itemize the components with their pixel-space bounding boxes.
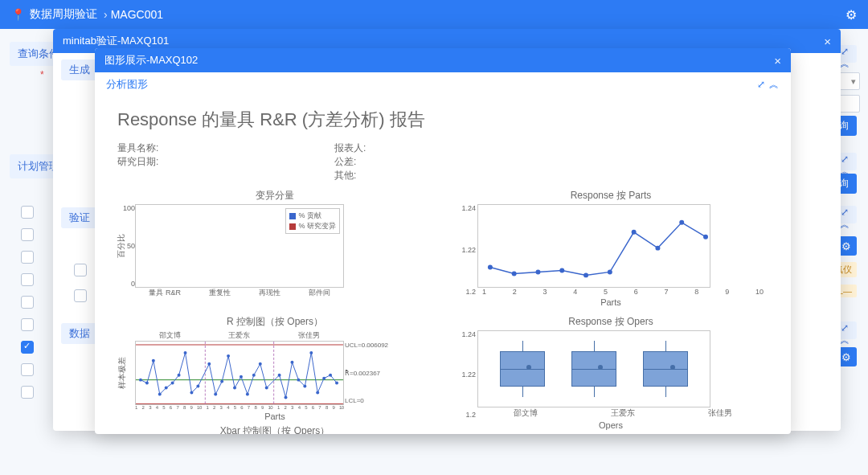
meta-label: 量具名称: [117, 141, 164, 155]
svg-point-40 [309, 351, 313, 354]
chart-r-control-by-opers: R 控制图（按 Opers） 邵文博 王爱东 张佳男 样本极差 [117, 315, 432, 434]
y-axis-label: 百分比 [116, 234, 127, 258]
row-checkbox[interactable] [21, 251, 34, 264]
x-axis-ticks: 12345678910 12345678910 12345678910 [135, 405, 344, 410]
svg-point-24 [196, 385, 199, 388]
row-checkbox[interactable] [21, 386, 34, 399]
meta-label: 报表人: [334, 141, 381, 155]
report-meta: 量具名称: 研究日期: 报表人: 公差: 其他: [117, 141, 768, 182]
svg-point-18 [158, 393, 162, 396]
breadcrumb-bar: 📍 数据周期验证 › MAGC001 ⚙ [0, 0, 868, 29]
svg-point-21 [178, 374, 181, 377]
svg-point-15 [139, 379, 142, 382]
svg-point-35 [278, 374, 281, 377]
row-checkbox[interactable] [21, 363, 34, 376]
section-labels: 邵文博 王爱东 张佳男 [135, 330, 344, 341]
plot-area [477, 204, 710, 288]
plot-area [477, 330, 710, 407]
inner-checkbox-col [74, 264, 87, 302]
svg-point-27 [220, 380, 223, 383]
chart-response-by-parts: Response 按 Parts 1.24 1.22 1.2 [453, 189, 768, 307]
required-asterisk: * [40, 69, 44, 80]
svg-point-36 [285, 395, 288, 399]
app-root: 📍 数据周期验证 › MAGC001 ⚙ 查询条件 计划管理 * ⤢︽ ▾ 查询… [0, 0, 868, 475]
plot-area: % 贡献 % 研究变异 [135, 204, 344, 288]
svg-point-25 [207, 362, 211, 366]
boxplot-box [643, 351, 688, 387]
svg-point-34 [265, 387, 268, 390]
chart-response-by-opers: Response 按 Opers 1.24 1.22 1.2 [453, 315, 768, 434]
charts-grid: 变异分量 100 50 0 百分比 % 贡献 % 研究变异 [117, 189, 768, 434]
svg-point-20 [171, 382, 174, 385]
svg-point-43 [329, 374, 332, 377]
svg-point-42 [322, 377, 326, 380]
svg-point-30 [240, 375, 243, 379]
row-checkbox[interactable] [21, 228, 34, 241]
svg-point-16 [145, 382, 149, 385]
chevron-down-icon: ▾ [851, 76, 856, 87]
modal-title: 图形展示-MAXQ102 [104, 53, 198, 68]
chart-title: 变异分量 [117, 189, 432, 203]
svg-point-33 [259, 362, 262, 366]
breadcrumb-root[interactable]: 数据周期验证 [30, 7, 97, 22]
svg-point-37 [290, 361, 293, 364]
breadcrumb-sep: › [104, 8, 108, 21]
x-axis-ticks: 邵文博 王爱东 张佳男 [477, 407, 768, 419]
modal-titlebar[interactable]: 图形展示-MAXQ102 × [95, 48, 791, 72]
svg-point-5 [608, 269, 612, 274]
svg-point-28 [227, 354, 230, 358]
svg-point-2 [535, 269, 540, 274]
modal-title: minitab验证-MAXQ101 [63, 34, 169, 48]
row-checkbox[interactable] [74, 289, 87, 302]
grid-checkbox-column [21, 206, 34, 399]
svg-point-6 [632, 230, 637, 235]
chart-title: Xbar 控制图（按 Opers） [117, 424, 432, 434]
svg-point-0 [488, 264, 493, 269]
location-icon: 📍 [11, 8, 25, 21]
svg-point-4 [583, 272, 588, 277]
row-checkbox[interactable] [74, 264, 87, 276]
report-body: Response 的量具 R&R (方差分析) 报告 量具名称: 研究日期: 报… [95, 96, 791, 434]
y-axis-ticks: 1.24 1.22 1.2 [455, 204, 476, 296]
svg-point-44 [335, 382, 338, 385]
svg-point-29 [233, 387, 236, 390]
svg-point-32 [252, 374, 256, 377]
row-checkbox[interactable] [21, 296, 34, 309]
svg-point-39 [303, 385, 306, 388]
row-checkbox[interactable] [21, 206, 34, 219]
panel-data[interactable]: 数据 [61, 323, 98, 344]
expand-collapse-icon[interactable]: ⤢ ︽ [757, 78, 780, 92]
svg-point-19 [165, 387, 168, 390]
breadcrumb-current: MAGC001 [111, 8, 163, 21]
row-checkbox[interactable] [21, 273, 34, 286]
svg-point-38 [297, 379, 300, 382]
svg-point-3 [559, 268, 564, 272]
svg-point-8 [679, 220, 684, 225]
panel-analysis-charts: 分析图形 ⤢ ︽ [95, 72, 791, 96]
modal-chart-display: 图形展示-MAXQ102 × 分析图形 ⤢ ︽ Response 的量具 R&R… [95, 48, 791, 434]
svg-point-26 [214, 393, 217, 396]
panel-generate[interactable]: 生成 [61, 59, 98, 80]
x-axis-label: Parts [117, 412, 432, 421]
panel-verify[interactable]: 验证 [61, 207, 98, 228]
x-axis-label: Parts [453, 297, 768, 307]
close-icon[interactable]: × [774, 54, 781, 68]
x-axis-ticks: 量具 R&R 重复性 再现性 部件间 [135, 288, 344, 298]
meta-label: 研究日期: [117, 155, 164, 169]
svg-point-31 [246, 393, 249, 396]
close-icon[interactable]: × [824, 35, 831, 48]
ref-line-labels: UCL=0.006092 R̄=0.002367 LCL=0 [345, 342, 396, 404]
report-title: Response 的量具 R&R (方差分析) 报告 [117, 108, 768, 132]
settings-icon[interactable]: ⚙ [845, 7, 857, 23]
chart-title: R 控制图（按 Opers） [117, 315, 432, 329]
subhead-label: 分析图形 [106, 77, 148, 92]
svg-point-23 [190, 391, 193, 395]
x-axis-ticks: 12345678910 [477, 288, 768, 296]
boxplot-box [571, 351, 616, 387]
row-checkbox[interactable] [21, 318, 34, 331]
meta-label: 其他: [334, 169, 381, 182]
plot-area: UCL=0.006092 R̄=0.002367 LCL=0 [135, 341, 344, 405]
chart-variation-components: 变异分量 100 50 0 百分比 % 贡献 % 研究变异 [117, 189, 432, 307]
row-checkbox[interactable] [21, 341, 34, 354]
svg-point-7 [655, 246, 660, 251]
